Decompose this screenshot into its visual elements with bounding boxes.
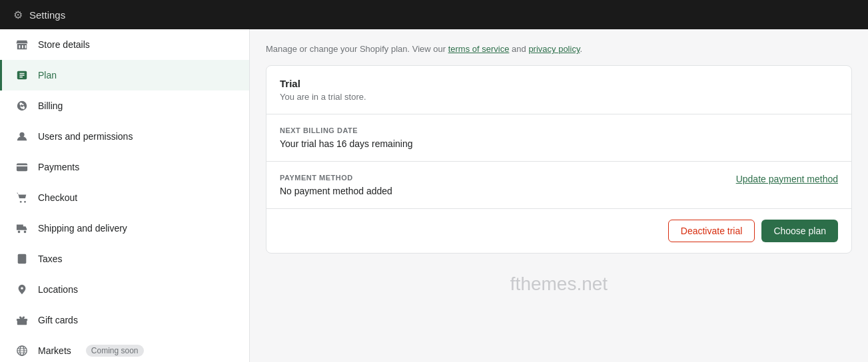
sidebar-item-store-details[interactable]: Store details	[0, 29, 249, 60]
main-layout: Store details Plan Billing Users and per…	[0, 29, 868, 362]
sidebar-item-shipping-delivery[interactable]: Shipping and delivery	[0, 213, 249, 244]
billing-date-value: Your trial has 16 days remaining	[280, 138, 838, 149]
action-buttons: Deactivate trial Choose plan	[266, 209, 851, 253]
watermark: fthemes.net	[266, 254, 852, 301]
plan-icon	[15, 69, 29, 82]
payment-method-section: PAYMENT METHOD No payment method added U…	[266, 162, 851, 209]
top-bar: ⚙ Settings	[0, 0, 868, 29]
location-icon	[15, 283, 29, 296]
sidebar-label-payments: Payments	[38, 162, 79, 172]
top-bar-title: Settings	[29, 9, 65, 21]
svg-point-3	[20, 201, 22, 203]
sidebar-item-users-permissions[interactable]: Users and permissions	[0, 121, 249, 152]
trial-subtitle: You are in a trial store.	[280, 92, 838, 102]
sidebar-label-billing: Billing	[38, 100, 63, 111]
trial-title: Trial	[280, 78, 838, 89]
sidebar-label-users-permissions: Users and permissions	[38, 131, 133, 142]
sidebar-label-taxes: Taxes	[38, 254, 63, 264]
sidebar-item-payments[interactable]: Payments	[0, 152, 249, 182]
svg-point-1	[19, 132, 24, 137]
settings-icon: ⚙	[13, 9, 23, 21]
sidebar-item-checkout[interactable]: Checkout	[0, 182, 249, 213]
payments-icon	[15, 160, 29, 174]
payment-method-label: PAYMENT METHOD	[280, 174, 392, 182]
svg-point-4	[24, 201, 26, 203]
svg-point-6	[24, 231, 27, 234]
choose-plan-button[interactable]: Choose plan	[761, 220, 838, 242]
deactivate-trial-button[interactable]: Deactivate trial	[668, 220, 755, 242]
trial-section: Trial You are in a trial store.	[266, 66, 851, 114]
sidebar-item-locations[interactable]: Locations	[0, 274, 249, 305]
payment-method-value: No payment method added	[280, 186, 392, 196]
truck-icon	[15, 222, 29, 235]
sidebar-item-billing[interactable]: Billing	[0, 90, 249, 121]
sidebar-item-taxes[interactable]: Taxes	[0, 244, 249, 274]
sidebar-label-checkout: Checkout	[38, 192, 77, 203]
billing-date-label: NEXT BILLING DATE	[280, 126, 838, 134]
svg-point-5	[18, 231, 21, 234]
sidebar-item-plan[interactable]: Plan	[0, 60, 249, 90]
svg-rect-2	[17, 164, 27, 172]
terms-link[interactable]: terms of service	[448, 44, 510, 54]
gift-icon	[15, 313, 29, 327]
privacy-link[interactable]: privacy policy	[528, 44, 580, 54]
sidebar: Store details Plan Billing Users and per…	[0, 29, 250, 362]
page-description: Manage or change your Shopify plan. View…	[266, 43, 852, 56]
sidebar-item-markets[interactable]: Markets Coming soon	[0, 335, 249, 362]
taxes-icon	[15, 252, 29, 266]
plan-card: Trial You are in a trial store. NEXT BIL…	[266, 65, 852, 254]
store-icon	[15, 38, 29, 51]
user-icon	[15, 130, 29, 143]
sidebar-label-store-details: Store details	[38, 39, 90, 50]
billing-icon	[15, 99, 29, 112]
sidebar-item-gift-cards[interactable]: Gift cards	[0, 305, 249, 335]
payment-left: PAYMENT METHOD No payment method added	[280, 174, 392, 196]
markets-badge: Coming soon	[86, 345, 144, 357]
main-content: Manage or change your Shopify plan. View…	[250, 29, 868, 362]
sidebar-label-plan: Plan	[38, 70, 57, 81]
sidebar-label-gift-cards: Gift cards	[38, 315, 78, 325]
sidebar-label-shipping-delivery: Shipping and delivery	[38, 223, 127, 234]
checkout-icon	[15, 191, 29, 204]
payment-method-row: PAYMENT METHOD No payment method added U…	[280, 174, 838, 196]
update-payment-link[interactable]: Update payment method	[736, 174, 838, 184]
billing-date-section: NEXT BILLING DATE Your trial has 16 days…	[266, 114, 851, 162]
globe-icon	[15, 344, 29, 357]
sidebar-label-locations: Locations	[38, 284, 78, 295]
sidebar-label-markets: Markets	[38, 345, 71, 356]
